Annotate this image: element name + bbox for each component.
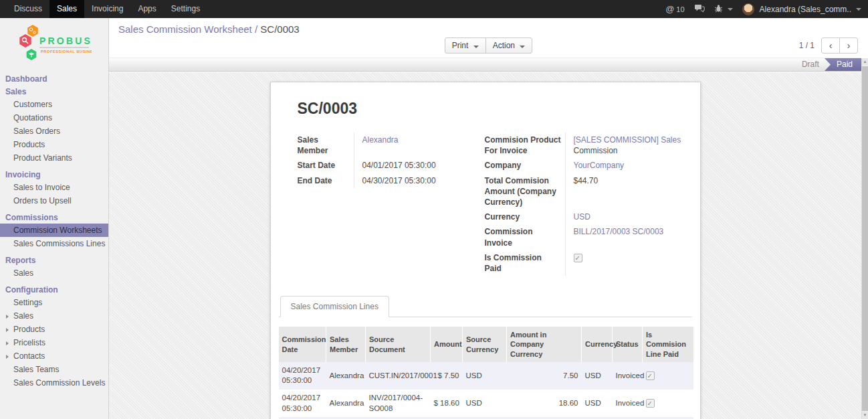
chevron-down-icon xyxy=(473,46,479,48)
messages-button[interactable] xyxy=(694,4,705,15)
cell-source-currency: USD xyxy=(463,390,507,417)
sidebar-item-sales-orders[interactable]: Sales Orders xyxy=(0,124,108,138)
sidebar-item-sales-commissions-lines[interactable]: Sales Commissions Lines xyxy=(0,237,108,250)
scroll-down-button[interactable]: ▼ xyxy=(862,412,868,419)
sidebar-item-dashboard[interactable]: Dashboard xyxy=(0,72,108,85)
sidebar-item-commission-worksheets[interactable]: Commission Worksheets xyxy=(0,224,108,237)
sidebar-item-pricelists[interactable]: Pricelists xyxy=(0,336,108,349)
col-amount-company-currency: Amount in Company Currency xyxy=(507,327,582,362)
pager-next-button[interactable]: › xyxy=(839,37,858,54)
sidebar-section-invoicing[interactable]: Invoicing xyxy=(0,168,108,181)
sidebar-item-sales-teams[interactable]: Sales Teams xyxy=(0,363,108,376)
scroll-up-button[interactable]: ▲ xyxy=(862,58,868,66)
cell-currency: USD xyxy=(582,390,613,417)
end-date-value: 04/30/2017 05:30:00 xyxy=(354,173,485,188)
systray: @ 10 Alexandra (Sales_com xyxy=(665,0,868,18)
sidebar-item-reports-sales[interactable]: Sales xyxy=(0,266,108,280)
table-row[interactable]: 04/20/2017 05:30:00 Alexandra INV/2017/0… xyxy=(279,390,693,417)
app-menus: Discuss Sales Invoicing Apps Settings xyxy=(0,0,207,18)
breadcrumb-current: SC/0003 xyxy=(260,23,299,35)
sidebar-item-orders-to-upsell[interactable]: Orders to Upsell xyxy=(0,194,108,207)
commission-invoice-link[interactable]: BILL/2017/0003 SC/0003 xyxy=(574,227,664,236)
sidebar-section-sales[interactable]: Sales xyxy=(0,85,108,98)
state-draft-button[interactable]: Draft xyxy=(791,58,831,71)
pager-counter: 1 / 1 xyxy=(799,41,815,50)
activities-button[interactable]: @ 10 xyxy=(665,4,684,14)
cell-member: Alexandra xyxy=(326,362,366,390)
sidebar-item-label: Sales xyxy=(13,311,33,321)
bug-icon xyxy=(714,4,723,15)
field-label-start-date: Start Date xyxy=(298,158,354,173)
chevron-right-icon xyxy=(6,355,9,359)
chevron-right-icon xyxy=(6,341,9,345)
sidebar-item-label: Pricelists xyxy=(13,338,45,347)
breadcrumb-parent-link[interactable]: Sales Commission Worksheet xyxy=(118,23,252,35)
col-status: Status xyxy=(613,327,643,362)
company-logo[interactable]: PROBUSE PROFESSIONAL BUSINESS xyxy=(0,18,108,67)
form-sheet: SC/0003 Sales Member Alexandra Start Dat… xyxy=(270,82,701,419)
record-title: SC/0003 xyxy=(298,100,673,118)
sidebar-item-product-variants[interactable]: Product Variants xyxy=(0,151,108,165)
menu-sales[interactable]: Sales xyxy=(49,0,84,18)
is-commission-paid-checkbox xyxy=(574,254,582,262)
col-currency: Currency xyxy=(582,327,613,362)
sidebar-item-settings[interactable]: Settings xyxy=(0,296,108,309)
field-label-total-commission: Total Commision Amount (Company Currency… xyxy=(485,173,565,210)
sidebar-section-configuration[interactable]: Configuration xyxy=(0,283,108,296)
sidebar-item-config-sales[interactable]: Sales xyxy=(0,309,108,323)
debug-menu-button[interactable] xyxy=(714,4,733,15)
tab-sales-commission-lines[interactable]: Sales Commission Lines xyxy=(280,296,389,317)
user-menu[interactable]: Alexandra (Sales_comm.. xyxy=(742,3,861,15)
field-label-company: Company xyxy=(485,158,565,173)
company-link[interactable]: YourCompany xyxy=(574,161,625,170)
table-row[interactable]: 04/20/2017 05:30:00 Alexandra CUST.IN/20… xyxy=(279,362,693,390)
cell-source: CUST.IN/2017/0001 xyxy=(366,362,431,390)
avatar xyxy=(742,3,754,15)
pager-previous-button[interactable]: ‹ xyxy=(821,37,840,54)
sidebar-section-commissions[interactable]: Commissions xyxy=(0,211,108,224)
cell-date: 04/20/2017 05:30:00 xyxy=(279,362,326,390)
field-label-currency: Currency xyxy=(485,210,565,224)
sidebar-item-sales-to-invoice[interactable]: Sales to Invoice xyxy=(0,181,108,194)
cell-member: Alexandra xyxy=(326,390,366,417)
sidebar-item-config-products[interactable]: Products xyxy=(0,323,108,336)
cell-source-currency: USD xyxy=(463,362,507,390)
line-paid-checkbox xyxy=(646,371,655,380)
sidebar-item-products[interactable]: Products xyxy=(0,138,108,151)
col-source-currency: Source Currency xyxy=(463,327,507,362)
field-label-commission-invoice: Commission Invoice xyxy=(485,224,565,250)
sidebar-section-reports[interactable]: Reports xyxy=(0,254,108,266)
sidebar-item-customers[interactable]: Customers xyxy=(0,98,108,111)
field-label-sales-member: Sales Member xyxy=(298,133,354,158)
logo-subtitle: PROFESSIONAL BUSINESS xyxy=(41,50,92,54)
vertical-scrollbar[interactable]: ▲ ▼ xyxy=(861,58,868,419)
menu-settings[interactable]: Settings xyxy=(164,0,207,18)
scrollbar-thumb[interactable] xyxy=(862,66,868,411)
menu-apps[interactable]: Apps xyxy=(130,0,163,18)
pager: 1 / 1 ‹ › xyxy=(799,37,858,54)
action-button-label: Action xyxy=(493,41,515,50)
menu-invoicing[interactable]: Invoicing xyxy=(84,0,130,18)
action-button[interactable]: Action xyxy=(485,37,533,54)
cell-status: Invoiced xyxy=(613,390,643,417)
commission-product-link[interactable]: [SALES COMMISSION] Sales xyxy=(574,135,681,145)
sidebar-item-sales-commission-levels[interactable]: Sales Commission Levels xyxy=(0,376,108,390)
table-header-row: Commission Date Sales Member Source Docu… xyxy=(279,327,693,362)
col-sales-member: Sales Member xyxy=(326,327,366,362)
commission-lines-table: Commission Date Sales Member Source Docu… xyxy=(279,327,693,419)
currency-link[interactable]: USD xyxy=(574,212,590,222)
cell-date: 04/20/2017 05:30:00 xyxy=(279,390,326,417)
cell-amount-company: 18.60 xyxy=(507,390,582,417)
user-name: Alexandra (Sales_comm.. xyxy=(760,5,851,14)
breadcrumb-separator: / xyxy=(255,23,257,35)
sidebar-item-contacts[interactable]: Contacts xyxy=(0,349,108,363)
field-label-end-date: End Date xyxy=(298,173,354,188)
logo-title: PROBUSE xyxy=(39,35,92,46)
sidebar-item-quotations[interactable]: Quotations xyxy=(0,111,108,124)
form-view-area: SC/0003 Sales Member Alexandra Start Dat… xyxy=(109,72,861,419)
commission-product-rest: Commission xyxy=(574,146,618,155)
sales-member-link[interactable]: Alexandra xyxy=(362,135,399,145)
print-button[interactable]: Print xyxy=(445,37,486,54)
sidebar-item-label: Contacts xyxy=(13,351,45,361)
menu-discuss[interactable]: Discuss xyxy=(7,0,49,18)
